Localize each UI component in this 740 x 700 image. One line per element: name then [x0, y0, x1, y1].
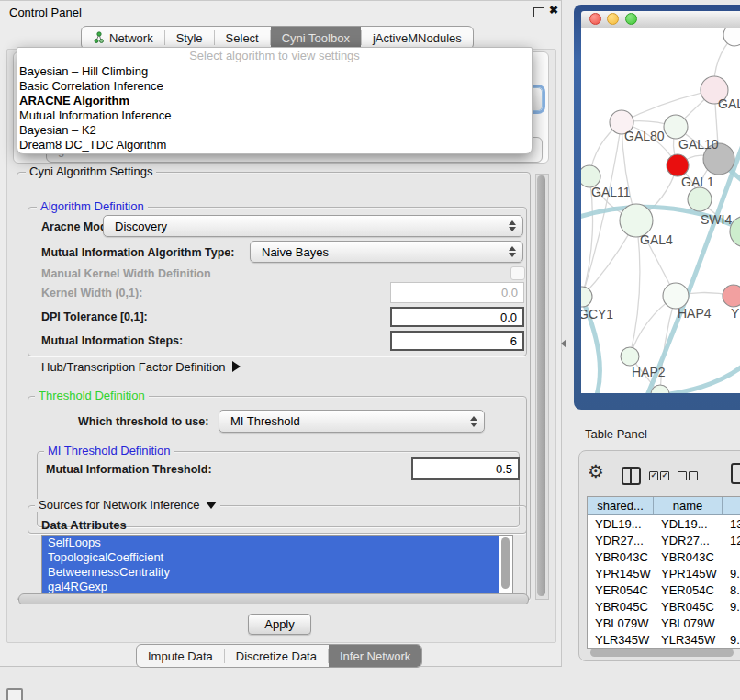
- column-header[interactable]: name: [654, 497, 723, 514]
- expanded-arrow-icon: [206, 502, 217, 509]
- network-node-hap4[interactable]: [663, 283, 689, 309]
- table-row[interactable]: YDL19...YDL19...13: [588, 515, 740, 532]
- mi-type-label: Mutual Information Algorithm Type:: [41, 246, 234, 259]
- minimize-traffic-light[interactable]: [607, 13, 619, 25]
- dropdown-item[interactable]: ARACNE Algorithm: [17, 94, 532, 108]
- tab-style[interactable]: Style: [165, 27, 214, 49]
- close-traffic-light[interactable]: [589, 13, 601, 25]
- close-icon[interactable]: ✖: [549, 4, 558, 17]
- table-row[interactable]: YER054CYER054C8.: [588, 581, 740, 598]
- aracne-mode-combo[interactable]: Discovery: [103, 215, 523, 237]
- collapsed-arrow-icon: [232, 361, 241, 372]
- apply-button-label: Apply: [264, 617, 295, 631]
- tab-label: Cyni Toolbox: [282, 31, 350, 45]
- network-node-gcy1[interactable]: [581, 287, 592, 307]
- mi-type-value: Naive Bayes: [262, 245, 329, 259]
- data-attributes-list[interactable]: SelfLoopsTopologicalCoefficientBetweenne…: [41, 535, 513, 593]
- table-row[interactable]: YBR045CYBR045C9.: [588, 598, 740, 615]
- network-node-gal10[interactable]: [664, 115, 688, 139]
- tab-network[interactable]: Network: [82, 27, 164, 49]
- deselect-all-checkbox-icon[interactable]: [689, 471, 698, 480]
- control-panel-window: Control Panel ✖ NetworkStyleSelectCyni T…: [0, 0, 562, 667]
- network-node-label: GCY1: [581, 307, 613, 322]
- network-node-label: GAL80: [624, 129, 665, 143]
- table-row[interactable]: YBL079WYBL079W: [588, 615, 740, 631]
- zoom-traffic-light[interactable]: [625, 13, 637, 25]
- table-horizontal-scrollbar[interactable]: [590, 649, 734, 657]
- network-node-label: GAL4: [640, 232, 673, 247]
- table-cell: YDL19...: [588, 517, 654, 531]
- dropdown-item[interactable]: Basic Correlation Inference: [17, 79, 532, 94]
- apply-button[interactable]: Apply: [248, 614, 311, 635]
- dropdown-item[interactable]: Bayesian – K2: [17, 123, 532, 138]
- tab-cyni-toolbox[interactable]: Cyni Toolbox: [271, 27, 361, 49]
- table-cell: 9.: [723, 633, 740, 647]
- bottom-corner-icon[interactable]: [6, 688, 23, 700]
- network-node-gal1[interactable]: [667, 154, 689, 176]
- hub-definition-toggle[interactable]: Hub/Transcription Factor Definition: [41, 360, 241, 374]
- table-cell: YLR345W: [654, 633, 723, 647]
- network-node-y[interactable]: [723, 285, 740, 307]
- table-row[interactable]: YPR145WYPR145W9.: [588, 565, 740, 581]
- dpi-tolerance-value: 0.0: [500, 310, 517, 324]
- table-header-row[interactable]: shared...name: [588, 497, 740, 515]
- select-all-checkbox-icon[interactable]: ✓: [660, 471, 669, 480]
- column-header[interactable]: shared...: [588, 497, 654, 514]
- table-row[interactable]: YLR345WYLR345W9.: [588, 631, 740, 648]
- algorithm-definition-title: Algorithm Definition: [37, 200, 148, 213]
- network-node[interactable]: [723, 28, 740, 46]
- kernel-width-value: 0.0: [501, 286, 518, 299]
- attribute-list-item[interactable]: SelfLoops: [42, 536, 499, 550]
- tab-label: Style: [176, 31, 203, 45]
- network-canvas[interactable]: GALGAL80GAL10GAL1GAL11GAL4SWI4HAP4YGCY1H…: [581, 28, 740, 393]
- mi-steps-field[interactable]: 6: [390, 331, 524, 351]
- scrollbar-thumb[interactable]: [537, 175, 545, 596]
- dropdown-item[interactable]: Bayesian – Hill Climbing: [17, 64, 532, 79]
- dropdown-item[interactable]: Mutual Information Inference: [17, 108, 532, 123]
- columns-icon[interactable]: [622, 467, 641, 485]
- gear-icon[interactable]: ⚙: [588, 460, 604, 482]
- table-row[interactable]: YDR27...YDR27...12: [588, 532, 740, 548]
- column-header[interactable]: [723, 497, 740, 514]
- screen: Control Panel ✖ NetworkStyleSelectCyni T…: [0, 0, 740, 700]
- dpi-tolerance-field[interactable]: 0.0: [390, 307, 524, 327]
- table-cell: YBR043C: [588, 550, 654, 564]
- network-node-label: SWI4: [701, 212, 732, 227]
- kernel-width-field[interactable]: 0.0: [390, 282, 524, 303]
- which-threshold-value: MI Threshold: [230, 414, 300, 428]
- which-threshold-combo[interactable]: MI Threshold: [219, 410, 485, 433]
- sources-group-title[interactable]: Sources for Network Inference: [35, 499, 220, 512]
- combo-spinner-icon: [509, 220, 516, 231]
- table-row[interactable]: YBR043CYBR043C: [588, 548, 740, 565]
- partial-toolbar-icon[interactable]: [731, 463, 740, 484]
- network-window-titlebar[interactable]: [581, 11, 740, 28]
- mi-type-combo[interactable]: Naive Bayes: [250, 241, 523, 263]
- attribute-list-item[interactable]: BetweennessCentrality: [42, 565, 499, 580]
- deselect-all-checkbox-icon[interactable]: [678, 471, 687, 480]
- tab-jactivemnodules[interactable]: jActiveMNodules: [362, 27, 473, 49]
- tab-select[interactable]: Select: [215, 27, 270, 49]
- splitter-collapse-icon[interactable]: [561, 339, 566, 348]
- tab-infer-network[interactable]: Infer Network: [329, 645, 421, 667]
- network-node[interactable]: [688, 187, 712, 211]
- dropdown-item[interactable]: Dream8 DC_TDC Algorithm: [17, 138, 532, 152]
- combo-spinner-icon: [470, 416, 477, 427]
- control-panel-title: Control Panel: [9, 6, 82, 19]
- attribute-list-item[interactable]: TopologicalCoefficient: [42, 550, 499, 565]
- tab-impute-data[interactable]: Impute Data: [137, 645, 224, 667]
- node-table[interactable]: shared...name YDL19...YDL19...13YDR27...…: [587, 496, 740, 649]
- tab-discretize-data[interactable]: Discretize Data: [225, 645, 328, 667]
- tab-label: Infer Network: [340, 649, 410, 663]
- manual-kernel-checkbox[interactable]: [510, 266, 525, 280]
- list-scrollbar-thumb[interactable]: [501, 537, 510, 589]
- float-window-icon[interactable]: [533, 7, 544, 17]
- mi-threshold-label: Mutual Information Threshold:: [46, 463, 212, 476]
- mi-threshold-field[interactable]: 0.5: [411, 457, 520, 480]
- settings-vertical-scrollbar[interactable]: [535, 174, 549, 600]
- cyni-settings-group-title: Cyni Algorithm Settings: [26, 165, 156, 178]
- tab-label: jActiveMNodules: [373, 31, 462, 45]
- network-node-hap2[interactable]: [621, 347, 639, 366]
- threshold-definition-title: Threshold Definition: [35, 390, 149, 402]
- attribute-list-item[interactable]: gal4RGexp: [42, 580, 499, 593]
- select-all-checkbox-icon[interactable]: ✓: [649, 471, 658, 480]
